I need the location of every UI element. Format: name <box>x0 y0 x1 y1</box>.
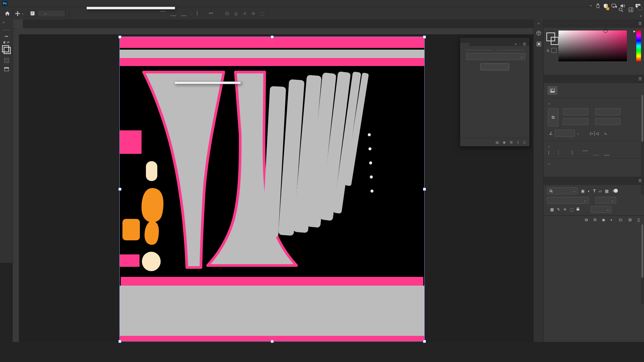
filter-pixel-icon[interactable]: ▣ <box>581 189 585 193</box>
rotation-chevron-icon[interactable]: ⌄ <box>577 132 580 135</box>
roll-3d-icon[interactable]: ◎ <box>234 11 238 16</box>
filter-adjustment-icon[interactable]: ◐ <box>588 189 590 193</box>
color-panel-menu-icon[interactable]: ☰ <box>638 21 642 26</box>
flip-horizontal-icon[interactable]: ▷┆◁ <box>590 131 599 136</box>
edit-toolbar-icon[interactable]: ••• <box>1 32 11 41</box>
source-dropdown[interactable]: ⌄ <box>466 53 525 60</box>
align-bottom-icon[interactable] <box>181 11 186 16</box>
options-more-icon[interactable]: ••• <box>209 11 213 16</box>
transform-collapse-icon[interactable]: ⌄ <box>548 102 550 105</box>
fill-dropdown[interactable]: ⌄ <box>591 206 611 213</box>
layers-panel-menu-icon[interactable]: ☰ <box>638 179 642 183</box>
lock-artboard-icon[interactable]: ⬚ <box>570 207 573 212</box>
color-swatches[interactable] <box>2 45 11 54</box>
align-right-icon[interactable] <box>568 150 573 155</box>
x-field[interactable] <box>595 108 621 115</box>
filter-toggle[interactable] <box>612 189 618 192</box>
lock-transparency-icon[interactable]: ▦ <box>550 207 554 212</box>
canvas-pasteboard[interactable] <box>19 34 533 342</box>
screen-mode-icon[interactable] <box>1 65 11 73</box>
lock-all-icon[interactable] <box>577 208 579 210</box>
collapse-panel-icon[interactable]: » <box>515 42 517 46</box>
delete-layer-icon[interactable]: ▯ <box>637 218 640 222</box>
filter-type-icon[interactable]: T <box>593 189 596 193</box>
align-bottom-icon2[interactable] <box>604 150 609 156</box>
filter-shape-icon[interactable]: ▱ <box>599 189 602 193</box>
transform-handle[interactable] <box>118 340 121 343</box>
transform-handle[interactable] <box>423 340 426 343</box>
rotation-field[interactable] <box>555 130 575 137</box>
color-field[interactable] <box>558 31 627 61</box>
toolbar-grip[interactable]: ▪▪▪▪▪▪ <box>0 29 13 31</box>
transform-handle[interactable] <box>423 188 426 191</box>
lock-pixels-icon[interactable]: ✎ <box>557 207 560 212</box>
align-middle-icon[interactable] <box>170 11 176 16</box>
height-field[interactable] <box>563 118 588 125</box>
network-tray-icon[interactable] <box>611 4 617 9</box>
panel-menu-icon[interactable]: ☰ <box>523 42 526 46</box>
align-top-icon2[interactable] <box>582 150 588 156</box>
tool-preset-chevron-icon[interactable]: ⌄ <box>21 12 24 15</box>
transform-handle[interactable] <box>118 188 121 191</box>
layer-filter-kind-dropdown[interactable]: ⌄ <box>547 187 578 194</box>
hue-slider[interactable] <box>636 31 641 61</box>
layer-mask-icon[interactable]: ◙ <box>602 218 605 222</box>
width-field[interactable] <box>563 108 588 115</box>
align-middle-icon2[interactable] <box>593 150 599 156</box>
transform-handle[interactable] <box>118 36 121 39</box>
document-canvas[interactable] <box>120 37 424 341</box>
auto-select-target-dropdown[interactable]: ⌄ <box>37 10 65 17</box>
scale-3d-icon[interactable]: ⬚ <box>260 11 264 16</box>
transform-handle[interactable] <box>423 36 426 39</box>
color-picker-ring[interactable] <box>603 29 607 33</box>
align-collapse-icon[interactable]: ⌄ <box>548 144 550 148</box>
hue-marker[interactable]: ▶ <box>634 30 636 33</box>
fg-bg-swatches[interactable]: ⚠ <box>546 33 558 53</box>
layer-style-fx-icon[interactable]: fx <box>593 218 596 222</box>
link-layers-icon[interactable]: ⧉ <box>585 218 588 222</box>
new-layer-icon[interactable]: ⊞ <box>628 218 632 222</box>
blend-mode-dropdown[interactable]: ⌄ <box>547 197 589 204</box>
volume-tray-icon[interactable] <box>620 4 625 9</box>
align-top-icon[interactable] <box>160 11 166 16</box>
filter-3d-icon[interactable]: ▤ <box>496 140 499 144</box>
collapsed-3d-panel-icon[interactable] <box>534 31 544 37</box>
vertical-ruler[interactable] <box>13 34 19 342</box>
mesh-3d-icon[interactable]: ⊞ <box>510 140 513 144</box>
foreground-color-swatch[interactable] <box>2 45 9 52</box>
properties-panel-menu-icon[interactable]: ☰ <box>638 77 642 81</box>
adjustment-layer-icon[interactable]: ◐ <box>610 218 613 222</box>
quick-mask-icon[interactable] <box>1 56 11 65</box>
align-left-icon[interactable] <box>548 150 553 155</box>
new-group-icon[interactable]: 🗀 <box>619 218 623 222</box>
notification-center-icon[interactable] <box>635 4 641 9</box>
expand-dock-icon[interactable]: « <box>534 21 544 25</box>
collapse-dock-icon[interactable]: » <box>640 14 642 18</box>
security-tray-icon[interactable]: ! <box>603 3 608 9</box>
link-dimensions-icon[interactable]: ⧉ <box>548 108 558 126</box>
collapsed-panel-icon[interactable] <box>534 42 544 48</box>
document-tab[interactable] <box>13 19 23 28</box>
move-tool-icon[interactable] <box>15 11 20 16</box>
slide-3d-icon[interactable]: ✣ <box>252 11 255 16</box>
opacity-dropdown[interactable]: ⌄ <box>595 197 616 204</box>
distribute-icon[interactable] <box>197 11 202 15</box>
quick-actions-collapse-icon[interactable]: ⌄ <box>548 162 550 165</box>
y-field[interactable] <box>595 118 621 125</box>
swap-colors-icon[interactable]: ◧ ⇄ <box>0 41 13 44</box>
tray-chevron-icon[interactable]: ⌃ <box>590 5 592 8</box>
delete-3d-icon[interactable]: ▯ <box>523 140 525 144</box>
export-3d-icon[interactable]: ⇩ <box>517 140 519 144</box>
create-button[interactable] <box>480 63 509 70</box>
usb-tray-icon[interactable] <box>596 3 600 9</box>
orbit-3d-icon[interactable]: ☊ <box>225 11 229 16</box>
home-icon[interactable] <box>5 11 10 16</box>
light-3d-icon[interactable]: ◉ <box>503 140 506 144</box>
align-center-h-icon[interactable] <box>558 150 563 155</box>
layers-scrollbar[interactable] <box>641 224 644 304</box>
filter-smart-object-icon[interactable]: ▦ <box>605 189 608 193</box>
transform-handle[interactable] <box>271 36 274 39</box>
auto-select-checkbox[interactable]: ✓ <box>31 11 35 15</box>
pan-3d-icon[interactable]: ✛ <box>243 11 247 16</box>
3d-panel-tab[interactable] <box>460 43 470 46</box>
